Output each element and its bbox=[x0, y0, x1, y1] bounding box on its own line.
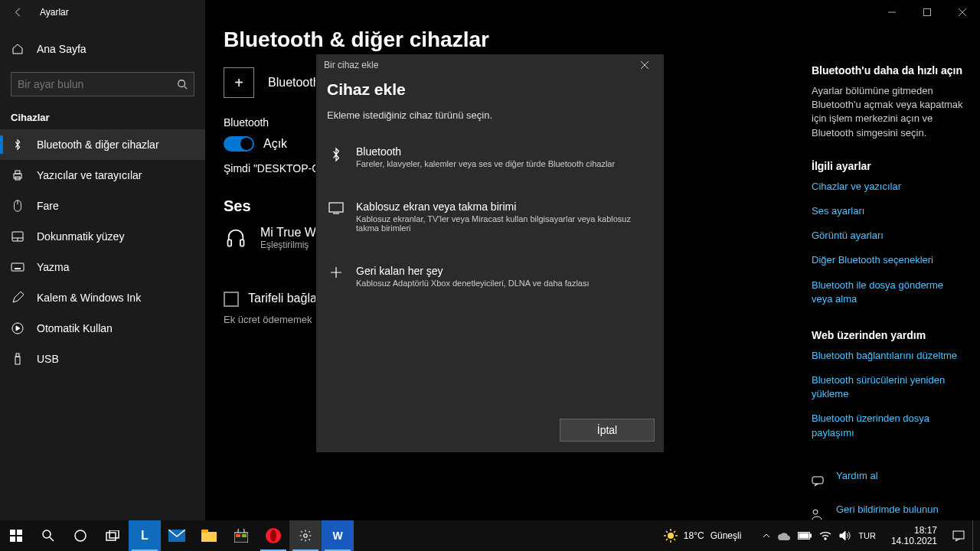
bluetooth-icon bbox=[328, 147, 344, 162]
option-everything-else[interactable]: Geri kalan her şey Kablosuz Adaptörlü Xb… bbox=[327, 256, 653, 297]
svg-rect-32 bbox=[109, 530, 119, 538]
link-devices-printers[interactable]: Cihazlar ve yazıcılar bbox=[812, 180, 965, 194]
svg-rect-18 bbox=[16, 354, 19, 357]
sidebar-item-touchpad[interactable]: Dokunmatik yüzey bbox=[0, 221, 205, 252]
show-desktop-button[interactable] bbox=[972, 520, 977, 551]
related-heading: İlgili ayarlar bbox=[812, 160, 965, 172]
sidebar-item-label: Yazma bbox=[37, 261, 70, 273]
plus-icon: + bbox=[224, 67, 254, 98]
link-feedback[interactable]: Geri bildirimde bulunun bbox=[836, 503, 939, 517]
wifi-icon[interactable] bbox=[819, 531, 831, 540]
back-button[interactable] bbox=[0, 0, 37, 24]
taskbar-clock[interactable]: 18:17 14.10.2021 bbox=[884, 525, 945, 547]
search-input[interactable] bbox=[18, 78, 177, 90]
link-file-sharing[interactable]: Bluetooth üzerinden dosya paylaşımı bbox=[812, 412, 965, 439]
system-tray: TUR bbox=[778, 530, 876, 541]
sidebar-item-typing[interactable]: Yazma bbox=[0, 252, 205, 282]
get-help-row[interactable]: Yardım al bbox=[812, 469, 965, 494]
battery-icon[interactable] bbox=[798, 532, 812, 540]
onedrive-icon[interactable] bbox=[778, 531, 790, 540]
dialog-bar-title: Bir cihaz ekle bbox=[324, 60, 378, 70]
weather-widget[interactable]: 18°C Güneşli bbox=[664, 529, 742, 543]
sidebar-item-autoplay[interactable]: Otomatik Kullan bbox=[0, 313, 205, 344]
sidebar-item-label: USB bbox=[37, 353, 59, 365]
option-wireless-display[interactable]: Kablosuz ekran veya takma birimi Kablosu… bbox=[327, 191, 653, 242]
cortana-button[interactable] bbox=[64, 520, 96, 551]
quick-text: Ayarlar bölümüne gitmeden Bluetooth'u aç… bbox=[812, 84, 965, 140]
taskbar-app-1[interactable]: L bbox=[129, 520, 161, 551]
taskbar-settings[interactable] bbox=[289, 520, 322, 551]
right-rail: Bluetooth'u daha da hızlı açın Ayarlar b… bbox=[812, 64, 965, 536]
svg-rect-20 bbox=[240, 240, 244, 246]
sidebar-item-label: Dokunmatik yüzey bbox=[37, 230, 124, 243]
dialog-close-button[interactable] bbox=[641, 61, 656, 69]
link-sound-settings[interactable]: Ses ayarları bbox=[812, 204, 965, 218]
usb-icon bbox=[11, 353, 24, 365]
display-icon bbox=[328, 202, 344, 214]
language-indicator[interactable]: TUR bbox=[858, 531, 876, 540]
sidebar-home[interactable]: Ana Sayfa bbox=[0, 34, 205, 64]
printer-icon bbox=[11, 169, 24, 181]
metered-checkbox[interactable] bbox=[224, 292, 239, 307]
svg-rect-27 bbox=[10, 536, 15, 542]
svg-rect-37 bbox=[236, 534, 240, 537]
sidebar-item-printers[interactable]: Yazıcılar ve tarayıcılar bbox=[0, 160, 205, 191]
taskbar-word[interactable]: W bbox=[322, 520, 354, 551]
start-button[interactable] bbox=[0, 520, 32, 551]
help-heading: Web üzerinden yardım bbox=[812, 329, 965, 341]
option-title: Bluetooth bbox=[356, 145, 615, 158]
dialog-subtitle: Ekleme istediğiniz cihaz türünü seçin. bbox=[327, 109, 653, 121]
option-bluetooth[interactable]: Bluetooth Fareler, klavyeler, kalemler v… bbox=[327, 136, 653, 178]
svg-rect-21 bbox=[812, 477, 823, 484]
sidebar-item-bluetooth[interactable]: Bluetooth & diğer cihazlar bbox=[0, 129, 205, 160]
link-bt-send-receive[interactable]: Bluetooth ile dosya gönderme veya alma bbox=[812, 279, 965, 306]
help-icon bbox=[812, 474, 825, 488]
bluetooth-toggle[interactable] bbox=[224, 136, 254, 152]
svg-point-42 bbox=[668, 533, 674, 539]
pen-icon bbox=[11, 292, 24, 304]
svg-rect-26 bbox=[17, 530, 22, 535]
action-center-button[interactable] bbox=[952, 530, 965, 542]
taskbar-explorer[interactable] bbox=[193, 520, 225, 551]
svg-rect-55 bbox=[953, 531, 964, 539]
headphones-icon bbox=[224, 226, 248, 250]
sidebar-search[interactable] bbox=[11, 72, 194, 96]
volume-icon[interactable] bbox=[839, 530, 851, 541]
sidebar-item-usb[interactable]: USB bbox=[0, 344, 205, 374]
svg-rect-36 bbox=[234, 533, 248, 543]
sidebar-item-mouse[interactable]: Fare bbox=[0, 191, 205, 221]
svg-point-40 bbox=[270, 530, 276, 542]
keyboard-icon bbox=[11, 262, 24, 272]
option-desc: Fareler, klavyeler, kalemler veya ses ve… bbox=[356, 159, 615, 168]
svg-rect-28 bbox=[17, 536, 22, 542]
sidebar-category: Cihazlar bbox=[0, 99, 205, 129]
search-button[interactable] bbox=[32, 520, 64, 551]
sidebar-item-pen[interactable]: Kalem & Windows Ink bbox=[0, 282, 205, 313]
svg-point-22 bbox=[813, 510, 818, 514]
toggle-state: Açık bbox=[263, 137, 287, 151]
task-view-button[interactable] bbox=[96, 520, 129, 551]
taskbar-opera[interactable] bbox=[257, 520, 289, 551]
autoplay-icon bbox=[11, 322, 24, 334]
sidebar-home-label: Ana Sayfa bbox=[37, 43, 87, 55]
svg-rect-53 bbox=[799, 533, 808, 538]
tray-chevron[interactable] bbox=[763, 532, 770, 540]
sidebar: Ana Sayfa Cihazlar Bluetooth & diğer cih… bbox=[0, 0, 205, 520]
link-more-bt-options[interactable]: Diğer Bluetooth seçenekleri bbox=[812, 253, 965, 267]
svg-point-30 bbox=[75, 530, 86, 541]
link-get-help[interactable]: Yardım al bbox=[836, 469, 878, 483]
taskbar: L W 18°C Güneşli TU bbox=[0, 520, 980, 551]
svg-line-48 bbox=[674, 539, 675, 540]
link-reinstall-drivers[interactable]: Bluetooth sürücülerini yeniden yükleme bbox=[812, 373, 965, 401]
link-fix-bt[interactable]: Bluetooth bağlantılarını düzeltme bbox=[812, 349, 965, 363]
svg-point-29 bbox=[43, 530, 51, 538]
page-heading: Bluetooth & diğer cihazlar bbox=[224, 28, 962, 52]
taskbar-store[interactable] bbox=[225, 520, 257, 551]
svg-rect-34 bbox=[201, 532, 217, 542]
svg-point-1 bbox=[178, 80, 185, 87]
taskbar-mail[interactable] bbox=[161, 520, 193, 551]
home-icon bbox=[11, 43, 24, 55]
sidebar-item-label: Kalem & Windows Ink bbox=[37, 292, 141, 304]
link-display-settings[interactable]: Görüntü ayarları bbox=[812, 229, 965, 243]
cancel-button[interactable]: İptal bbox=[560, 419, 655, 442]
